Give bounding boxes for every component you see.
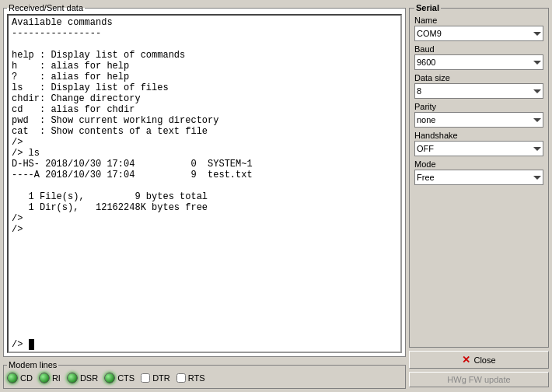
checkbox-dtr[interactable] — [141, 373, 150, 383]
label-baud: Baud — [414, 44, 543, 54]
indicator-ri: RI — [39, 373, 61, 383]
terminal-content[interactable]: Available commands ---------------- help… — [9, 16, 400, 339]
fw-update-button[interactable]: HWg FW update — [409, 372, 549, 387]
close-button[interactable]: ✕ Close — [409, 351, 549, 369]
left-panel: Received/Sent data Available commands --… — [3, 3, 406, 389]
indicator-cts: CTS — [104, 373, 135, 383]
select-parity[interactable]: none — [414, 112, 543, 128]
select-baud[interactable]: 9600 — [414, 54, 543, 70]
led-cd — [7, 373, 18, 383]
close-label: Close — [473, 355, 495, 365]
terminal-cursor — [29, 339, 34, 350]
modem-indicators: CD RI DSR CTS DTR — [7, 371, 402, 385]
label-name: Name — [414, 16, 543, 25]
serial-group-legend: Serial — [414, 3, 441, 12]
indicator-dtr[interactable]: DTR — [141, 373, 170, 383]
label-rts: RTS — [188, 373, 205, 383]
received-group-legend: Received/Sent data — [7, 3, 85, 12]
label-dsr: DSR — [80, 373, 98, 383]
label-cts: CTS — [117, 373, 135, 383]
label-dtr: DTR — [152, 373, 170, 383]
indicator-dsr: DSR — [67, 373, 98, 383]
fw-update-label: HWg FW update — [447, 375, 510, 384]
right-panel: Serial Name COM9 Baud 9600 Data size 8 — [409, 3, 549, 389]
field-mode: Mode Free — [414, 159, 543, 185]
label-cd: CD — [20, 373, 33, 383]
select-name[interactable]: COM9 — [414, 26, 543, 41]
checkbox-rts[interactable] — [176, 373, 186, 383]
received-group: Received/Sent data Available commands --… — [3, 3, 406, 357]
indicator-cd: CD — [7, 373, 33, 383]
label-data-size: Data size — [414, 73, 543, 82]
field-handshake: Handshake OFF — [414, 131, 543, 156]
terminal-prompt: /> — [12, 339, 29, 350]
label-handshake: Handshake — [414, 131, 543, 140]
main-container: Received/Sent data Available commands --… — [0, 0, 552, 392]
led-dsr — [67, 373, 78, 383]
field-baud: Baud 9600 — [414, 44, 543, 70]
label-ri: RI — [52, 373, 61, 383]
indicator-rts[interactable]: RTS — [176, 373, 205, 383]
serial-group: Serial Name COM9 Baud 9600 Data size 8 — [409, 3, 549, 348]
select-data-size[interactable]: 8 — [414, 83, 543, 99]
modem-group-legend: Modem lines — [7, 360, 58, 369]
field-name: Name COM9 — [414, 16, 543, 41]
led-ri — [39, 373, 50, 383]
label-mode: Mode — [414, 159, 543, 169]
buttons-area: ✕ Close HWg FW update — [409, 349, 549, 389]
select-handshake[interactable]: OFF — [414, 141, 543, 156]
led-cts — [104, 373, 115, 383]
select-mode[interactable]: Free — [414, 170, 543, 185]
close-icon: ✕ — [462, 354, 470, 366]
field-parity: Parity none — [414, 102, 543, 128]
field-data-size: Data size 8 — [414, 73, 543, 99]
terminal-bottom[interactable]: /> — [9, 339, 400, 352]
label-parity: Parity — [414, 102, 543, 111]
modem-group: Modem lines CD RI DSR CTS — [3, 360, 406, 389]
terminal-wrapper: Available commands ---------------- help… — [7, 14, 402, 353]
